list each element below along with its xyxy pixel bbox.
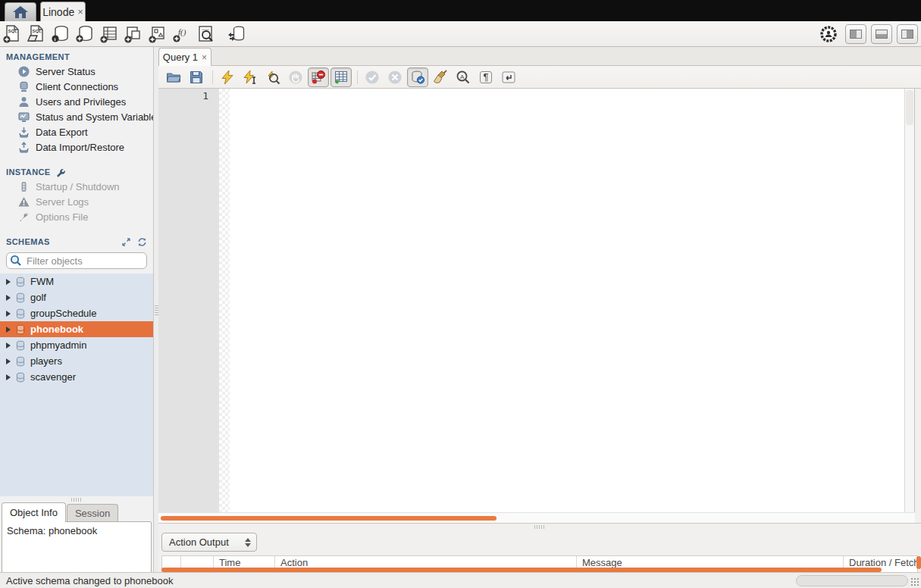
create-schema-button[interactable]: [73, 23, 97, 45]
find-button[interactable]: A: [453, 67, 474, 87]
instance-section-header: INSTANCE: [0, 165, 153, 179]
svg-text:SQL: SQL: [8, 29, 18, 33]
query-tab-1[interactable]: Query 1 ×: [158, 48, 211, 66]
refresh-icon[interactable]: [137, 237, 147, 247]
limit-rows-icon: [334, 70, 349, 85]
expander-icon[interactable]: [6, 295, 11, 301]
execute-current-icon: [243, 70, 258, 85]
new-sql-tab-button[interactable]: SQL: [0, 23, 24, 45]
schema-row-scavenger[interactable]: scavenger: [0, 369, 153, 385]
action-output-panel: Action Output Time Action Message Durati…: [158, 530, 921, 572]
home-tab[interactable]: [5, 2, 36, 21]
sidebar-main-splitter[interactable]: [153, 47, 158, 572]
status-bar: Active schema changed to phonebook: [0, 572, 921, 588]
wrap-text-icon: [501, 70, 516, 85]
create-view-button[interactable]: [121, 23, 146, 45]
schema-name: players: [30, 355, 62, 367]
home-icon: [13, 6, 28, 18]
close-icon[interactable]: ×: [202, 52, 207, 63]
editor-output-splitter[interactable]: [158, 523, 921, 530]
create-procedure-button[interactable]: [146, 23, 170, 45]
new-sql-tab-icon: SQL: [2, 24, 22, 44]
expand-panel-icon[interactable]: [121, 237, 131, 247]
create-function-button[interactable]: f(): [170, 23, 194, 45]
create-view-icon: [124, 24, 143, 44]
schemas-section-header: SCHEMAS: [0, 235, 153, 249]
close-icon[interactable]: ×: [77, 6, 83, 17]
window-resize-grip[interactable]: [910, 577, 919, 586]
output-vertical-scrollbar[interactable]: [916, 556, 921, 569]
sidebar-item-data-import[interactable]: Data Import/Restore: [0, 139, 153, 155]
open-file-button[interactable]: [163, 67, 184, 87]
sidebar-item-startup-shutdown[interactable]: Startup / Shutdown: [0, 179, 153, 194]
output-selector-dropdown[interactable]: Action Output: [161, 533, 257, 552]
sidebar-item-users-privileges[interactable]: Users and Privileges: [0, 94, 153, 109]
show-invisibles-button[interactable]: ¶: [475, 67, 497, 87]
schema-name: groupSchedule: [30, 308, 96, 319]
scrollbar-thumb[interactable]: [906, 90, 913, 125]
save-icon: [189, 70, 204, 85]
open-sql-script-button[interactable]: SQL: [24, 23, 49, 45]
toggle-left-panel-button[interactable]: [845, 24, 866, 44]
database-inspector-button[interactable]: i: [49, 23, 73, 45]
expander-icon[interactable]: [6, 358, 11, 364]
toggle-stop-on-error-button[interactable]: [308, 67, 329, 87]
item-label: Server Logs: [36, 196, 89, 208]
toggle-bottom-panel-button[interactable]: [871, 24, 892, 44]
schema-row-golf[interactable]: golf: [0, 289, 153, 305]
stop-button[interactable]: [285, 67, 306, 87]
toggle-autocommit-button[interactable]: [407, 67, 428, 87]
search-data-button[interactable]: [194, 23, 218, 45]
sidebar-item-client-connections[interactable]: Client Connections: [0, 79, 153, 94]
tab-object-info[interactable]: Object Info: [2, 502, 66, 522]
management-section-header: MANAGEMENT: [0, 50, 153, 64]
filter-objects-input[interactable]: [6, 252, 147, 269]
tab-label: Session: [75, 508, 110, 519]
sidebar-item-data-export[interactable]: Data Export: [0, 124, 153, 139]
schema-row-phonebook[interactable]: phonebook: [0, 321, 153, 337]
schema-row-groupschedule[interactable]: groupSchedule: [0, 305, 153, 321]
expander-icon[interactable]: [6, 279, 11, 285]
sidebar-item-server-logs[interactable]: Server Logs: [0, 194, 153, 209]
sidebar-item-server-status[interactable]: Server Status: [0, 64, 153, 79]
sidebar-item-options-file[interactable]: Options File: [0, 209, 153, 224]
commit-check-icon: [365, 70, 380, 85]
toggle-right-panel-button[interactable]: [897, 24, 918, 44]
expander-icon[interactable]: [6, 342, 11, 349]
tab-label: Object Info: [10, 507, 58, 518]
sql-editor[interactable]: 1: [158, 89, 915, 523]
execute-current-button[interactable]: [240, 67, 261, 87]
rollback-button[interactable]: [384, 67, 406, 87]
sidebar-splitter[interactable]: [0, 496, 153, 502]
reconnect-dbms-button[interactable]: [224, 23, 249, 45]
tab-session[interactable]: Session: [67, 504, 118, 522]
connection-tab-label: Linode: [42, 6, 74, 18]
output-horizontal-scrollbar[interactable]: [161, 568, 882, 572]
instance-title: INSTANCE: [6, 167, 51, 177]
editor-horizontal-scrollbar[interactable]: [158, 512, 915, 523]
item-label: Data Export: [36, 127, 88, 138]
editor-vertical-scrollbar[interactable]: [904, 89, 914, 512]
schema-row-phpmyadmin[interactable]: phpmyadmin: [0, 337, 153, 353]
limit-rows-button[interactable]: [330, 67, 352, 87]
connection-tab-linode[interactable]: Linode ×: [40, 2, 86, 21]
sidebar-item-status-system-variables[interactable]: Status and System Variables: [0, 109, 153, 124]
save-button[interactable]: [186, 67, 207, 87]
expander-icon[interactable]: [6, 374, 11, 380]
expander-icon[interactable]: [6, 311, 11, 317]
schema-row-fwm[interactable]: FWM: [0, 274, 153, 289]
toggle-wrap-button[interactable]: [498, 67, 519, 87]
left-panel-icon: [850, 30, 862, 39]
item-label: Data Import/Restore: [36, 142, 124, 153]
create-table-icon: [99, 24, 119, 44]
expander-icon[interactable]: [6, 327, 11, 333]
scrollbar-thumb[interactable]: [161, 516, 497, 521]
schema-row-players[interactable]: players: [0, 353, 153, 369]
explain-button[interactable]: [262, 67, 284, 87]
commit-button[interactable]: [362, 67, 383, 87]
svg-text:f(): f(): [178, 27, 186, 37]
user-gear-button[interactable]: [816, 23, 841, 45]
clear-button[interactable]: [430, 67, 451, 87]
execute-button[interactable]: [217, 67, 238, 87]
create-table-button[interactable]: [97, 23, 121, 45]
